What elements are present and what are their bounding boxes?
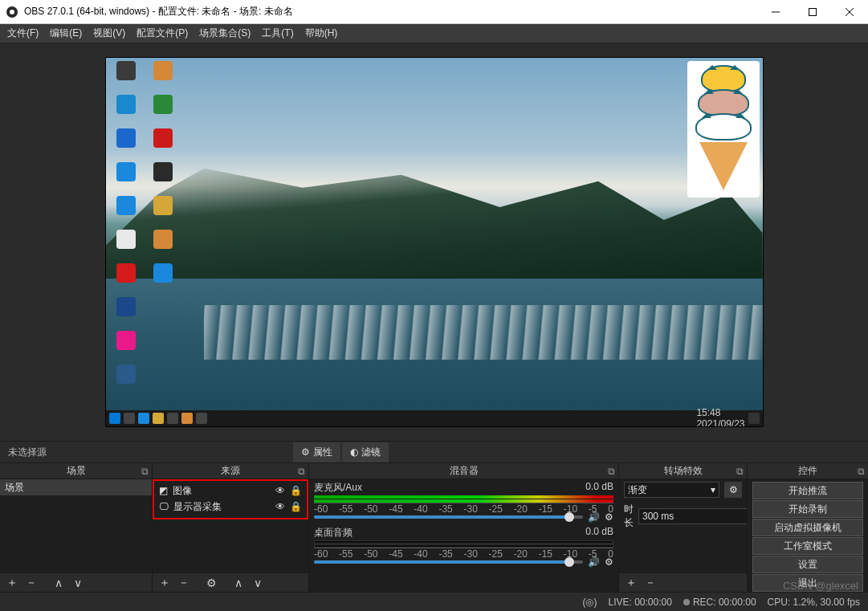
add-scene-button[interactable]: ＋ [3, 575, 21, 591]
duration-input[interactable] [638, 508, 747, 524]
image-icon: ◩ [159, 485, 168, 496]
filters-button[interactable]: ◐ 滤镜 [342, 442, 389, 462]
desktop-icon [146, 365, 180, 397]
db-scale: -60-55-50-45-40-35-30-25-20-15-10-50 [314, 548, 613, 556]
transitions-toolbar: ＋ － [619, 572, 747, 592]
start-recording-button[interactable]: 开始录制 [752, 500, 863, 518]
source-toolbar: 未选择源 ⚙ 属性 ◐ 滤镜 [0, 441, 868, 463]
sources-header: 来源 ⧉ [153, 463, 308, 479]
menu-scene-collection[interactable]: 场景集合(S) [194, 24, 256, 43]
remove-source-button[interactable]: － [175, 575, 193, 591]
status-rec: REC: 00:00:00 [693, 597, 756, 608]
dock-popout-icon[interactable]: ⧉ [736, 466, 744, 477]
desktop-icon [109, 331, 143, 363]
scene-down-button[interactable]: ∨ [69, 575, 87, 591]
remove-scene-button[interactable]: － [22, 575, 40, 591]
scenes-dock: 场景 ⧉ 场景 ＋ － ∧ ∨ [0, 463, 153, 592]
visibility-icon[interactable]: 👁 [275, 501, 285, 512]
filters-icon: ◐ [350, 446, 358, 458]
taskbar-icon [153, 413, 164, 424]
start-icon [109, 413, 120, 424]
settings-button[interactable]: 设置 [752, 556, 863, 573]
start-streaming-button[interactable]: 开始推流 [752, 482, 863, 499]
studio-mode-button[interactable]: 工作室模式 [752, 537, 863, 555]
desktop-icon [109, 95, 143, 127]
menu-tools[interactable]: 工具(T) [256, 24, 299, 43]
statusbar: (◎) LIVE: 00:00:00 REC: 00:00:00 CPU: 1.… [0, 592, 868, 611]
channel-settings-button[interactable]: ⚙ [605, 511, 613, 523]
menu-profile[interactable]: 配置文件(P) [131, 24, 194, 43]
desktop-icon [146, 230, 180, 262]
window-titlebar: OBS 27.0.1 (64-bit, windows) - 配置文件: 未命名… [0, 0, 868, 24]
source-item-image[interactable]: ◩ 图像 👁 🔒 [154, 483, 307, 499]
menu-edit[interactable]: 编辑(E) [44, 24, 88, 43]
lock-icon[interactable]: 🔒 [290, 501, 302, 512]
properties-button[interactable]: ⚙ 属性 [293, 442, 340, 462]
menu-view[interactable]: 视图(V) [88, 24, 131, 43]
db-scale: -60-55-50-45-40-35-30-25-20-15-10-50 [314, 503, 613, 511]
source-down-button[interactable]: ∨ [249, 575, 267, 591]
desktop-icon [109, 263, 143, 295]
volume-slider[interactable] [314, 515, 583, 519]
dock-popout-icon[interactable]: ⧉ [141, 466, 149, 477]
desktop-icon [109, 230, 143, 262]
sources-dock: 来源 ⧉ ◩ 图像 👁 🔒 🖵 显示器采集 👁 🔒 [153, 463, 309, 592]
menu-help[interactable]: 帮助(H) [300, 24, 344, 43]
menu-file[interactable]: 文件(F) [2, 24, 44, 43]
source-item-display-capture[interactable]: 🖵 显示器采集 👁 🔒 [154, 499, 307, 515]
duration-label: 时长 [624, 503, 634, 530]
mixer-body: 麦克风/Aux0.0 dB -60-55-50-45-40-35-30-25-2… [309, 479, 618, 592]
channel-db: 0.0 dB [585, 481, 613, 495]
dock-popout-icon[interactable]: ⧉ [858, 466, 865, 477]
scenes-list[interactable]: 场景 [0, 479, 152, 572]
obs-app-icon [0, 6, 24, 18]
status-cpu: CPU: 1.2%, 30.00 fps [768, 597, 860, 608]
audio-meter [314, 540, 613, 544]
captured-taskbar: 15:482021/09/23 [106, 410, 763, 426]
window-maximize-button[interactable] [794, 0, 831, 24]
channel-db: 0.0 dB [585, 526, 613, 540]
highlight-annotation: ◩ 图像 👁 🔒 🖵 显示器采集 👁 🔒 [153, 479, 308, 519]
taskbar-icon [181, 413, 193, 424]
source-properties-button[interactable]: ⚙ [202, 575, 220, 591]
scenes-header: 场景 ⧉ [0, 463, 152, 479]
channel-name: 桌面音频 [314, 526, 352, 540]
window-minimize-button[interactable] [757, 0, 794, 24]
network-icon: (◎) [582, 597, 597, 608]
desktop-icon [146, 95, 180, 127]
controls-header: 控件 ⧉ [748, 463, 868, 479]
dock-popout-icon[interactable]: ⧉ [298, 466, 305, 477]
controls-body: 开始推流 开始录制 启动虚拟摄像机 工作室模式 设置 退出 [748, 479, 868, 592]
dock-popout-icon[interactable]: ⧉ [608, 466, 615, 477]
desktop-icon [109, 128, 143, 161]
mixer-header: 混音器 ⧉ [309, 463, 618, 479]
window-close-button[interactable] [831, 0, 868, 24]
remove-transition-button[interactable]: － [642, 575, 659, 591]
add-source-button[interactable]: ＋ [156, 575, 173, 591]
speaker-icon[interactable]: 🔊 [588, 511, 600, 523]
scenes-toolbar: ＋ － ∧ ∨ [0, 572, 152, 592]
scene-up-button[interactable]: ∧ [50, 575, 67, 591]
start-virtualcam-button[interactable]: 启动虚拟摄像机 [752, 519, 863, 536]
preview-canvas[interactable]: 15:482021/09/23 [105, 57, 764, 427]
visibility-icon[interactable]: 👁 [275, 485, 285, 496]
channel-name: 麦克风/Aux [314, 481, 362, 495]
transition-select[interactable]: 渐变 ▾ [624, 482, 719, 498]
speaker-icon[interactable]: 🔊 [588, 556, 600, 568]
desktop-icon [109, 61, 143, 93]
rec-indicator-icon [683, 599, 690, 605]
add-transition-button[interactable]: ＋ [622, 575, 640, 591]
desktop-icon [146, 128, 180, 161]
scene-item[interactable]: 场景 [0, 479, 152, 495]
lock-icon[interactable]: 🔒 [290, 485, 302, 496]
taskbar-icon [167, 413, 178, 424]
transition-settings-button[interactable]: ⚙ [724, 482, 742, 498]
source-up-button[interactable]: ∧ [230, 575, 247, 591]
volume-slider[interactable] [314, 560, 583, 564]
monitor-icon: 🖵 [159, 501, 169, 512]
sources-list[interactable]: ◩ 图像 👁 🔒 🖵 显示器采集 👁 🔒 [153, 479, 308, 572]
audio-meter [314, 495, 613, 499]
channel-settings-button[interactable]: ⚙ [605, 556, 613, 568]
desktop-icon [109, 297, 143, 329]
svg-rect-3 [809, 8, 817, 15]
